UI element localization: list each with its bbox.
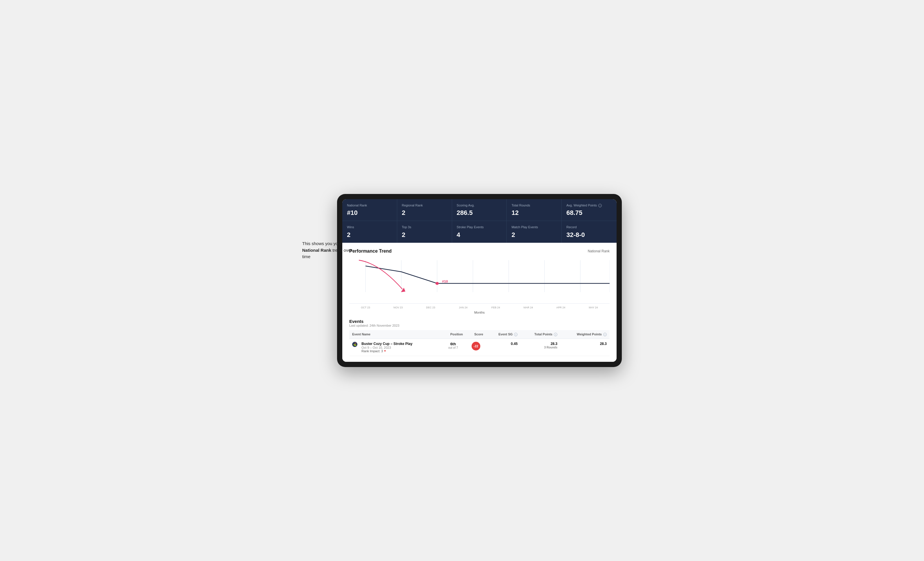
stat-value-top3s: 2 <box>402 231 447 239</box>
events-last-updated: Last updated: 24th November 2023 <box>349 324 610 327</box>
table-row: ⛳ Buster Cozy Cup – Stroke Play Oct 9 – … <box>349 338 610 356</box>
stat-stroke-play: Stroke Play Events 4 <box>452 221 507 242</box>
stat-label-record: Record <box>566 225 612 229</box>
event-sg-cell: 0.45 <box>486 338 521 356</box>
chart-svg: #10 <box>349 257 610 298</box>
stat-label-top3s: Top 3s <box>402 225 447 229</box>
stat-value-match-play: 2 <box>512 231 557 239</box>
rank-impact: Rank Impact: 3 ▼ <box>362 349 412 353</box>
stat-value-avg-weighted: 68.75 <box>566 209 612 217</box>
info-icon-weighted[interactable]: i <box>598 204 602 207</box>
stat-label-match-play: Match Play Events <box>512 225 557 229</box>
event-info: Buster Cozy Cup – Stroke Play Oct 9 – Oc… <box>362 342 412 353</box>
golf-icon: ⛳ <box>352 342 357 347</box>
event-position-sub: out of 7 <box>443 346 463 349</box>
col-event-name: Event Name <box>349 330 441 339</box>
event-name: Buster Cozy Cup – Stroke Play <box>362 342 412 346</box>
event-position: 6th <box>443 342 463 346</box>
chart-rank-label: National Rank <box>588 249 610 253</box>
events-table-header: Event Name Position Score Event SG i Tot… <box>349 330 610 339</box>
x-label-mar24: MAR 24 <box>512 306 544 309</box>
x-label-may24: MAY 24 <box>577 306 610 309</box>
stat-label-national-rank: National Rank <box>347 203 392 207</box>
x-label-dec23: DEC 23 <box>414 306 447 309</box>
stat-label-regional-rank: Regional Rank <box>402 203 447 207</box>
event-weighted-points-cell: 28.3 <box>560 338 610 356</box>
stat-match-play: Match Play Events 2 <box>507 221 562 242</box>
col-event-sg: Event SG i <box>486 330 521 339</box>
stat-value-stroke-play: 4 <box>457 231 502 239</box>
stat-wins: Wins 2 <box>342 221 397 242</box>
stat-value-national-rank: #10 <box>347 209 392 217</box>
col-weighted-points: Weighted Points i <box>560 330 610 339</box>
col-score: Score <box>466 330 486 339</box>
rank-impact-arrow: ▼ <box>384 349 387 353</box>
x-label-apr24: APR 24 <box>544 306 577 309</box>
event-date: Oct 9 – Oct 10, 2023 <box>362 346 412 349</box>
event-position-cell: 6th out of 7 <box>441 338 466 356</box>
stats-header-row1: National Rank #10 Regional Rank 2 Scorin… <box>342 199 616 221</box>
info-icon-event-sg[interactable]: i <box>514 333 518 336</box>
event-total-points-cell: 28.3 3 Rounds <box>520 338 560 356</box>
info-icon-weighted-points[interactable]: i <box>603 333 607 336</box>
x-label-feb24: FEB 24 <box>479 306 512 309</box>
stat-total-rounds: Total Rounds 12 <box>507 199 562 221</box>
event-name-cell: ⛳ Buster Cozy Cup – Stroke Play Oct 9 – … <box>349 338 441 356</box>
events-title: Events <box>349 319 610 324</box>
total-points-sub: 3 Rounds <box>523 346 557 349</box>
total-points-value: 28.3 <box>523 342 557 346</box>
stats-header-row2: Wins 2 Top 3s 2 Stroke Play Events 4 Mat… <box>342 221 616 242</box>
stat-value-wins: 2 <box>347 231 392 239</box>
chart-title-row: Performance Trend National Rank <box>349 248 610 254</box>
chart-x-labels: OCT 23 NOV 23 DEC 23 JAN 24 FEB 24 MAR 2… <box>349 305 610 310</box>
stat-value-total-rounds: 12 <box>512 209 557 217</box>
stat-top3s: Top 3s 2 <box>397 221 452 242</box>
stat-avg-weighted-points: Avg. Weighted Points i 68.75 <box>562 199 616 221</box>
stat-value-scoring-avg: 286.5 <box>457 209 502 217</box>
stat-label-total-rounds: Total Rounds <box>512 203 557 207</box>
annotation-text: This shows you your National Rank trend … <box>302 241 360 260</box>
annotation-before: This shows you your <box>302 241 342 246</box>
stat-national-rank: National Rank #10 <box>342 199 397 221</box>
tablet-device: National Rank #10 Regional Rank 2 Scorin… <box>337 194 622 367</box>
score-badge: -22 <box>472 342 480 350</box>
tablet-screen: National Rank #10 Regional Rank 2 Scorin… <box>342 199 616 362</box>
annotation-bold: National Rank <box>302 248 331 253</box>
stat-value-record: 32-8-0 <box>566 231 612 239</box>
stat-scoring-avg: Scoring Avg. 286.5 <box>452 199 507 221</box>
events-section: Events Last updated: 24th November 2023 … <box>349 319 610 356</box>
col-total-points: Total Points i <box>520 330 560 339</box>
event-score-cell: -22 <box>466 338 486 356</box>
event-cell-inner: ⛳ Buster Cozy Cup – Stroke Play Oct 9 – … <box>352 342 438 353</box>
x-label-jan24: JAN 24 <box>447 306 479 309</box>
svg-text:#10: #10 <box>442 279 448 283</box>
stat-record: Record 32-8-0 <box>562 221 616 242</box>
stat-regional-rank: Regional Rank 2 <box>397 199 452 221</box>
chart-x-axis-title: Months <box>349 311 610 314</box>
stat-label-stroke-play: Stroke Play Events <box>457 225 502 229</box>
x-label-nov23: NOV 23 <box>382 306 414 309</box>
events-table: Event Name Position Score Event SG i Tot… <box>349 330 610 356</box>
chart-datapoint <box>435 282 439 285</box>
stat-label-wins: Wins <box>347 225 392 229</box>
col-position: Position <box>441 330 466 339</box>
info-icon-total-points[interactable]: i <box>554 333 557 336</box>
x-label-oct23: OCT 23 <box>349 306 382 309</box>
content-area: Performance Trend National Rank <box>342 243 616 362</box>
stat-label-avg-weighted: Avg. Weighted Points i <box>566 203 612 207</box>
stat-label-scoring-avg: Scoring Avg. <box>457 203 502 207</box>
stat-value-regional-rank: 2 <box>402 209 447 217</box>
performance-chart: #10 <box>349 257 610 304</box>
